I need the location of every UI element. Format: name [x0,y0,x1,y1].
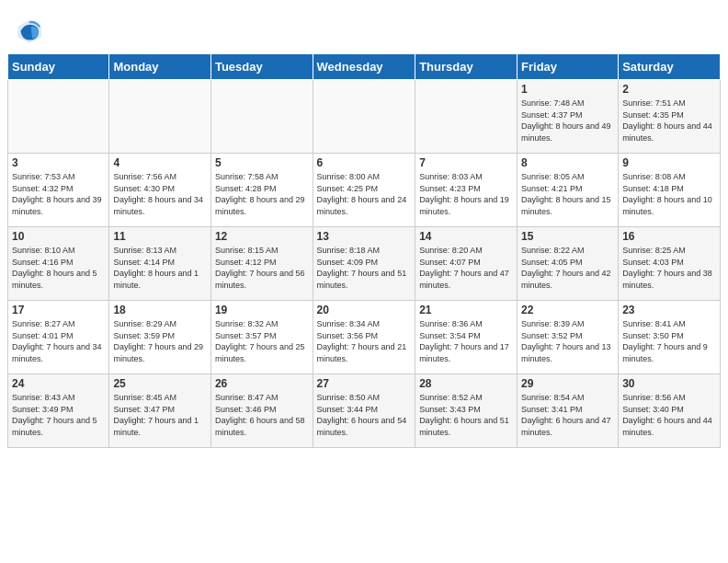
day-number: 8 [521,156,614,169]
calendar-day-header: Tuesday [210,54,313,80]
day-info: Sunrise: 8:22 AM Sunset: 4:05 PM Dayligh… [521,245,614,291]
day-info: Sunrise: 8:50 AM Sunset: 3:44 PM Dayligh… [317,392,412,438]
day-info: Sunrise: 8:03 AM Sunset: 4:23 PM Dayligh… [419,171,513,217]
calendar-cell: 21Sunrise: 8:36 AM Sunset: 3:54 PM Dayli… [415,301,518,374]
calendar-cell: 12Sunrise: 8:15 AM Sunset: 4:12 PM Dayli… [210,227,313,301]
calendar-cell: 6Sunrise: 8:00 AM Sunset: 4:25 PM Daylig… [313,154,415,227]
calendar-cell: 16Sunrise: 8:25 AM Sunset: 4:03 PM Dayli… [619,227,721,301]
day-info: Sunrise: 8:56 AM Sunset: 3:40 PM Dayligh… [622,392,716,438]
day-number: 27 [317,377,412,390]
day-number: 17 [12,304,105,316]
calendar-cell: 23Sunrise: 8:41 AM Sunset: 3:50 PM Dayli… [619,301,721,374]
day-number: 24 [12,377,105,390]
day-number: 28 [419,377,513,390]
logo [15,17,48,46]
day-number: 12 [215,230,309,243]
day-number: 15 [521,230,614,243]
day-number: 26 [215,377,309,390]
calendar-cell: 19Sunrise: 8:32 AM Sunset: 3:57 PM Dayli… [210,301,313,374]
day-info: Sunrise: 7:56 AM Sunset: 4:30 PM Dayligh… [113,171,207,217]
day-info: Sunrise: 8:15 AM Sunset: 4:12 PM Dayligh… [215,245,309,291]
day-info: Sunrise: 8:27 AM Sunset: 4:01 PM Dayligh… [12,318,105,364]
calendar-week-row: 24Sunrise: 8:43 AM Sunset: 3:49 PM Dayli… [8,374,721,448]
calendar-cell: 15Sunrise: 8:22 AM Sunset: 4:05 PM Dayli… [518,227,619,301]
day-number: 14 [419,230,513,243]
calendar-day-header: Sunday [8,54,109,80]
calendar-day-header: Monday [109,54,211,80]
calendar-cell: 18Sunrise: 8:29 AM Sunset: 3:59 PM Dayli… [109,301,211,374]
day-number: 9 [622,156,716,169]
calendar-cell: 29Sunrise: 8:54 AM Sunset: 3:41 PM Dayli… [518,374,619,448]
calendar-cell: 2Sunrise: 7:51 AM Sunset: 4:35 PM Daylig… [619,80,721,154]
day-number: 10 [12,230,105,243]
calendar-day-header: Friday [518,54,619,80]
calendar-cell: 10Sunrise: 8:10 AM Sunset: 4:16 PM Dayli… [8,227,109,301]
day-number: 1 [521,83,614,96]
day-info: Sunrise: 8:32 AM Sunset: 3:57 PM Dayligh… [215,318,309,364]
day-info: Sunrise: 8:39 AM Sunset: 3:52 PM Dayligh… [521,318,614,364]
day-number: 21 [419,304,513,316]
day-number: 11 [113,230,207,243]
calendar-cell: 3Sunrise: 7:53 AM Sunset: 4:32 PM Daylig… [8,154,109,227]
day-info: Sunrise: 8:36 AM Sunset: 3:54 PM Dayligh… [419,318,513,364]
day-info: Sunrise: 8:25 AM Sunset: 4:03 PM Dayligh… [622,245,716,291]
calendar-cell: 5Sunrise: 7:58 AM Sunset: 4:28 PM Daylig… [210,154,313,227]
calendar-week-row: 17Sunrise: 8:27 AM Sunset: 4:01 PM Dayli… [8,301,721,374]
calendar-week-row: 1Sunrise: 7:48 AM Sunset: 4:37 PM Daylig… [8,80,721,154]
calendar-day-header: Thursday [415,54,518,80]
calendar-cell: 30Sunrise: 8:56 AM Sunset: 3:40 PM Dayli… [619,374,721,448]
calendar-cell [210,80,313,154]
calendar-cell: 22Sunrise: 8:39 AM Sunset: 3:52 PM Dayli… [518,301,619,374]
day-info: Sunrise: 8:29 AM Sunset: 3:59 PM Dayligh… [113,318,207,364]
calendar-cell: 1Sunrise: 7:48 AM Sunset: 4:37 PM Daylig… [518,80,619,154]
calendar-cell: 8Sunrise: 8:05 AM Sunset: 4:21 PM Daylig… [518,154,619,227]
day-number: 5 [215,156,309,169]
day-number: 29 [521,377,614,390]
calendar-cell: 26Sunrise: 8:47 AM Sunset: 3:46 PM Dayli… [210,374,313,448]
day-number: 4 [113,156,207,169]
day-number: 30 [622,377,716,390]
day-info: Sunrise: 8:10 AM Sunset: 4:16 PM Dayligh… [12,245,105,291]
day-number: 3 [12,156,105,169]
day-number: 6 [317,156,412,169]
day-info: Sunrise: 7:51 AM Sunset: 4:35 PM Dayligh… [622,98,716,144]
calendar-cell [415,80,518,154]
calendar-cell: 11Sunrise: 8:13 AM Sunset: 4:14 PM Dayli… [109,227,211,301]
day-number: 16 [622,230,716,243]
calendar-cell [313,80,415,154]
day-info: Sunrise: 8:41 AM Sunset: 3:50 PM Dayligh… [622,318,716,364]
calendar-cell: 14Sunrise: 8:20 AM Sunset: 4:07 PM Dayli… [415,227,518,301]
calendar-week-row: 3Sunrise: 7:53 AM Sunset: 4:32 PM Daylig… [8,154,721,227]
header [0,0,728,53]
calendar-cell: 4Sunrise: 7:56 AM Sunset: 4:30 PM Daylig… [109,154,211,227]
day-info: Sunrise: 8:54 AM Sunset: 3:41 PM Dayligh… [521,392,614,438]
day-info: Sunrise: 8:13 AM Sunset: 4:14 PM Dayligh… [113,245,207,291]
day-info: Sunrise: 8:34 AM Sunset: 3:56 PM Dayligh… [317,318,412,364]
logo-icon [15,17,44,46]
calendar-cell: 20Sunrise: 8:34 AM Sunset: 3:56 PM Dayli… [313,301,415,374]
day-number: 2 [622,83,716,96]
calendar-cell [109,80,211,154]
calendar-cell: 9Sunrise: 8:08 AM Sunset: 4:18 PM Daylig… [619,154,721,227]
calendar-cell: 25Sunrise: 8:45 AM Sunset: 3:47 PM Dayli… [109,374,211,448]
calendar-cell: 13Sunrise: 8:18 AM Sunset: 4:09 PM Dayli… [313,227,415,301]
day-number: 18 [113,304,207,316]
calendar-day-header: Saturday [619,54,721,80]
day-info: Sunrise: 8:08 AM Sunset: 4:18 PM Dayligh… [622,171,716,217]
day-info: Sunrise: 8:45 AM Sunset: 3:47 PM Dayligh… [113,392,207,438]
calendar-wrapper: SundayMondayTuesdayWednesdayThursdayFrid… [0,53,728,455]
day-number: 23 [622,304,716,316]
day-number: 20 [317,304,412,316]
calendar-week-row: 10Sunrise: 8:10 AM Sunset: 4:16 PM Dayli… [8,227,721,301]
calendar-cell [8,80,109,154]
calendar-cell: 7Sunrise: 8:03 AM Sunset: 4:23 PM Daylig… [415,154,518,227]
day-number: 7 [419,156,513,169]
day-number: 25 [113,377,207,390]
day-info: Sunrise: 8:18 AM Sunset: 4:09 PM Dayligh… [317,245,412,291]
calendar-day-header: Wednesday [313,54,415,80]
calendar-cell: 27Sunrise: 8:50 AM Sunset: 3:44 PM Dayli… [313,374,415,448]
day-number: 13 [317,230,412,243]
calendar-table: SundayMondayTuesdayWednesdayThursdayFrid… [7,53,721,448]
day-number: 22 [521,304,614,316]
calendar-cell: 28Sunrise: 8:52 AM Sunset: 3:43 PM Dayli… [415,374,518,448]
